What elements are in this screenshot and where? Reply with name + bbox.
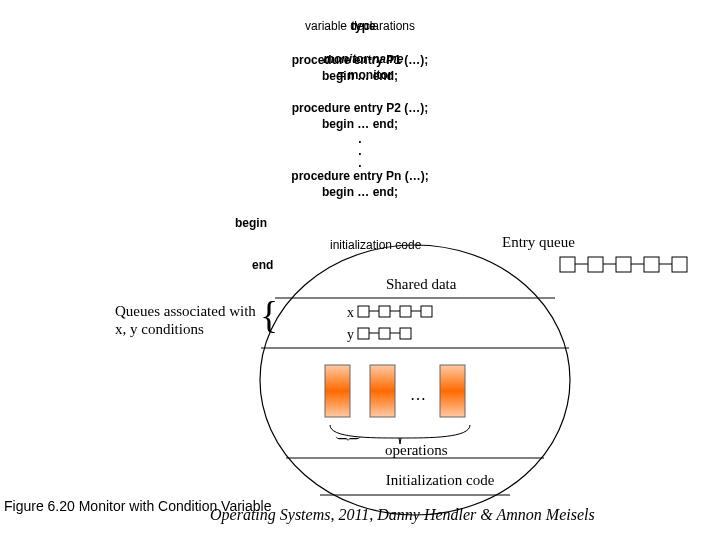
svg-rect-7	[358, 328, 369, 339]
svg-rect-20	[672, 257, 687, 272]
entry-queue-label: Entry queue	[502, 234, 575, 251]
ops-brace-path	[330, 425, 470, 438]
svg-rect-18	[644, 257, 659, 272]
proc-p2-body: begin … end;	[0, 116, 720, 132]
y-label: y	[347, 327, 354, 342]
ops-ellipsis: …	[410, 386, 426, 403]
shared-data-label: Shared data	[386, 276, 456, 293]
svg-rect-6	[421, 306, 432, 317]
proc-p1: procedure entry P1 (…);	[0, 52, 720, 68]
end-kw: end	[252, 257, 273, 273]
svg-rect-14	[588, 257, 603, 272]
proc-pn: procedure entry Pn (…);	[0, 168, 720, 184]
proc-p2: procedure entry P2 (…);	[0, 100, 720, 116]
begin-kw: begin	[235, 215, 267, 231]
queues-assoc-label: Queues associated with x, y conditions	[115, 302, 265, 338]
svg-rect-9	[379, 328, 390, 339]
var-declarations: variable declarations	[0, 18, 720, 34]
svg-rect-21	[325, 365, 350, 417]
svg-rect-2	[379, 306, 390, 317]
footer-credit: Operating Systems, 2011, Danny Hendler &…	[210, 506, 595, 524]
proc-p1-body: begin … end;	[0, 68, 720, 84]
proc-pn-body: begin … end;	[0, 184, 720, 200]
x-label: x	[347, 305, 354, 320]
init-code-text: initialization code	[330, 237, 421, 253]
svg-rect-12	[560, 257, 575, 272]
x-queue	[358, 306, 432, 317]
ops-brace: ︸	[335, 429, 363, 451]
svg-rect-23	[440, 365, 465, 417]
entry-queue-boxes	[560, 257, 687, 272]
svg-rect-22	[370, 365, 395, 417]
operations-boxes	[325, 365, 465, 417]
svg-rect-16	[616, 257, 631, 272]
y-queue	[358, 328, 411, 339]
svg-rect-4	[400, 306, 411, 317]
svg-rect-0	[358, 306, 369, 317]
operations-label: operations	[385, 442, 447, 459]
svg-rect-11	[400, 328, 411, 339]
init-code-label: Initialization code	[380, 472, 500, 489]
